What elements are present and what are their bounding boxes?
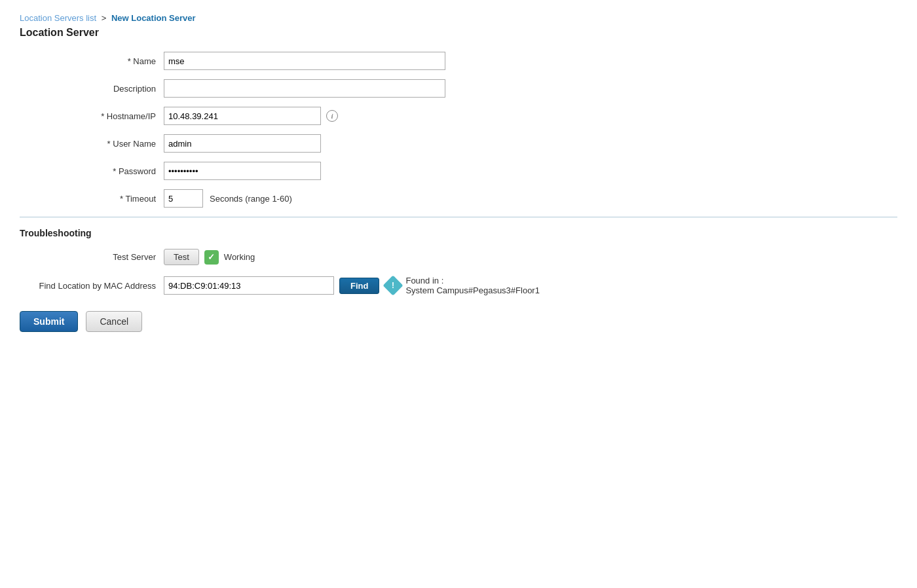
description-input[interactable] [164,79,445,98]
hostname-row: * Hostname/IP i [20,107,897,125]
breadcrumb-separator: > [102,13,107,23]
breadcrumb-link[interactable]: Location Servers list [20,13,96,23]
find-button[interactable]: Find [339,278,379,294]
hostname-input[interactable] [164,107,321,125]
find-location-label: Find Location by MAC Address [20,281,164,291]
working-check-icon [204,250,219,265]
username-input[interactable] [164,134,321,153]
name-label: * Name [20,56,164,66]
password-input[interactable] [164,162,321,180]
form-section: * Name Description * Hostname/IP i * Use… [20,52,897,208]
test-button[interactable]: Test [164,249,199,265]
troubleshooting-title: Troubleshooting [20,228,897,238]
name-row: * Name [20,52,897,70]
timeout-label: * Timeout [20,194,164,204]
name-input[interactable] [164,52,445,70]
description-row: Description [20,79,897,98]
action-row: Submit Cancel [20,311,897,332]
username-label: * User Name [20,139,164,149]
mac-address-input[interactable] [164,276,334,295]
breadcrumb-current: New Location Server [111,13,196,23]
timeout-hint: Seconds (range 1-60) [210,194,292,204]
working-text: Working [224,252,255,262]
timeout-row: * Timeout Seconds (range 1-60) [20,189,897,208]
timeout-input[interactable] [164,189,203,208]
section-divider [20,217,897,217]
find-location-row: Find Location by MAC Address Find Found … [20,276,897,295]
troubleshooting-section: Troubleshooting Test Server Test Working… [20,228,897,295]
password-row: * Password [20,162,897,180]
found-text: Found in :System Campus#Pegasus3#Floor1 [405,276,540,295]
test-server-label: Test Server [20,252,164,262]
found-info-icon [383,275,403,295]
username-row: * User Name [20,134,897,153]
hostname-info-icon[interactable]: i [326,110,338,122]
cancel-button[interactable]: Cancel [86,311,142,332]
test-server-row: Test Server Test Working [20,249,897,265]
hostname-label: * Hostname/IP [20,111,164,121]
description-label: Description [20,84,164,94]
page-title: Location Server [20,27,897,39]
breadcrumb: Location Servers list > New Location Ser… [20,13,897,23]
password-label: * Password [20,166,164,176]
submit-button[interactable]: Submit [20,311,78,332]
